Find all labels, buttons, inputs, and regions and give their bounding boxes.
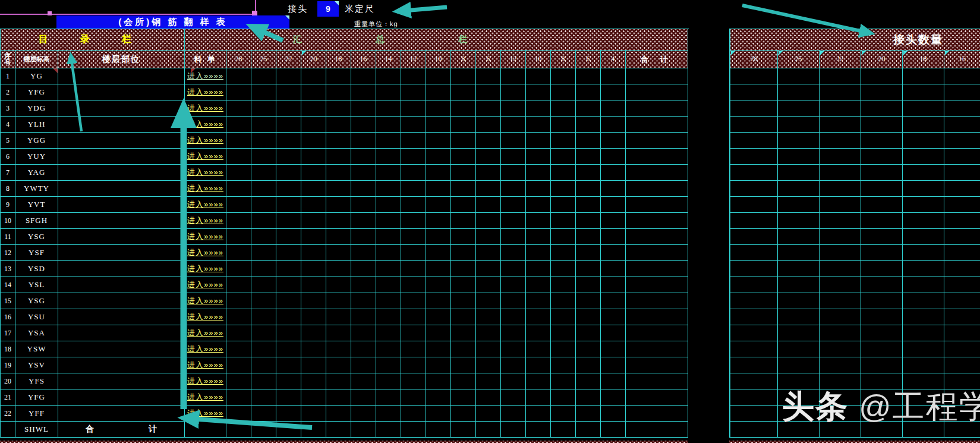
joint-table-row xyxy=(730,229,980,245)
qty-cell xyxy=(426,100,451,117)
qty-cell xyxy=(551,149,576,165)
qty-cell xyxy=(351,277,376,293)
qty-cell xyxy=(401,325,426,341)
qty-cell xyxy=(451,293,476,309)
cell-corner-marker-icon xyxy=(335,1,339,5)
band-row: 目录栏 汇总栏 xyxy=(1,29,689,51)
sheet-link-cell[interactable]: 进入»»»» xyxy=(185,309,226,325)
sheet-link-cell[interactable]: 进入»»»» xyxy=(185,229,226,245)
enter-sheet-link[interactable]: 进入»»»» xyxy=(187,376,223,387)
joint-size-header-25: 25 xyxy=(778,51,820,68)
qty-cell xyxy=(476,229,501,245)
enter-sheet-link[interactable]: 进入»»»» xyxy=(187,231,223,242)
enter-sheet-link[interactable]: 进入»»»» xyxy=(187,199,223,210)
qty-cell xyxy=(226,84,251,100)
qty-cell xyxy=(351,84,376,100)
sheet-link-cell[interactable]: 进入»»»» xyxy=(185,277,226,293)
enter-sheet-link[interactable]: 进入»»»» xyxy=(187,215,223,226)
enter-sheet-link[interactable]: 进入»»»» xyxy=(187,263,223,274)
joint-qty-cell xyxy=(861,165,903,181)
joint-qty-cell xyxy=(903,261,944,277)
enter-sheet-link[interactable]: 进入»»»» xyxy=(187,167,223,178)
joint-size-header-28: 28 xyxy=(730,51,778,68)
qty-cell xyxy=(501,68,526,84)
enter-sheet-link[interactable]: 进入»»»» xyxy=(187,312,223,322)
joint-qty-cell xyxy=(861,84,903,100)
qty-cell xyxy=(501,341,526,357)
enter-sheet-link[interactable]: 进入»»»» xyxy=(187,135,223,146)
enter-sheet-link[interactable]: 进入»»»» xyxy=(187,87,223,98)
sheet-link-cell[interactable]: 进入»»»» xyxy=(185,165,226,181)
qty-cell xyxy=(251,341,276,357)
qty-cell xyxy=(326,165,351,181)
enter-sheet-link[interactable]: 进入»»»» xyxy=(187,328,223,338)
seq-cell: 7 xyxy=(1,165,15,181)
sheet-link-cell[interactable]: 进入»»»» xyxy=(185,133,226,149)
sheet-link-cell[interactable]: 进入»»»» xyxy=(185,84,226,100)
sheet-link-cell[interactable]: 进入»»»» xyxy=(185,68,226,84)
enter-sheet-link[interactable]: 进入»»»» xyxy=(187,344,223,354)
cell-corner-marker-icon xyxy=(302,51,306,55)
qty-cell xyxy=(276,197,301,213)
qty-cell xyxy=(376,213,401,229)
qty-cell xyxy=(551,422,576,438)
totals-label: 合 计 xyxy=(59,424,183,435)
joint-qty-cell xyxy=(820,245,861,261)
qty-cell xyxy=(476,213,501,229)
enter-sheet-link[interactable]: 进入»»»» xyxy=(187,247,223,258)
sheet-link-cell[interactable]: 进入»»»» xyxy=(185,293,226,309)
qty-cell xyxy=(501,293,526,309)
table-row: 9YVT进入»»»» xyxy=(1,197,689,213)
total-cell xyxy=(626,229,688,245)
sheet-link-cell[interactable]: 进入»»»» xyxy=(185,213,226,229)
enter-sheet-link[interactable]: 进入»»»» xyxy=(187,296,223,306)
enter-sheet-link[interactable]: 进入»»»» xyxy=(187,279,223,290)
sheet-link-cell[interactable]: 进入»»»» xyxy=(185,149,226,165)
sheet-link-cell[interactable]: 进入»»»» xyxy=(185,406,226,422)
enter-sheet-link[interactable]: 进入»»»» xyxy=(187,360,223,370)
sheet-link-cell[interactable]: 进入»»»» xyxy=(185,245,226,261)
totals-row: SHWL合 计 xyxy=(1,422,689,438)
qty-cell xyxy=(501,261,526,277)
qty-cell xyxy=(526,149,551,165)
qty-cell xyxy=(426,165,451,181)
sheet-link-cell[interactable]: 进入»»»» xyxy=(185,261,226,277)
enter-sheet-link[interactable]: 进入»»»» xyxy=(187,103,223,114)
qty-cell xyxy=(476,422,501,438)
watermark: 头条 @工程学霸 xyxy=(782,385,980,429)
qty-cell xyxy=(326,229,351,245)
enter-sheet-link[interactable]: 进入»»»» xyxy=(187,408,223,419)
sheet-link-cell[interactable]: 进入»»»» xyxy=(185,197,226,213)
joint-qty-cell xyxy=(903,133,944,149)
floor-code-cell: SHWL xyxy=(15,422,58,438)
sheet-link-cell[interactable]: 进入»»»» xyxy=(185,389,226,406)
elevation-header: 楼层标高 xyxy=(15,51,58,68)
joint-table-row xyxy=(730,325,980,341)
joint-header-row: 282522201816 xyxy=(730,51,980,68)
joint-qty-cell xyxy=(903,293,944,309)
enter-sheet-link[interactable]: 进入»»»» xyxy=(187,119,223,130)
total-cell xyxy=(626,133,688,149)
enter-sheet-link[interactable]: 进入»»»» xyxy=(187,151,223,162)
joint-table-row xyxy=(730,100,980,117)
qty-cell xyxy=(226,357,251,373)
sheet-link-cell[interactable]: 进入»»»» xyxy=(185,117,226,133)
qty-cell xyxy=(376,117,401,133)
sheet-link-cell[interactable]: 进入»»»» xyxy=(185,341,226,357)
sheet-link-cell[interactable]: 进入»»»» xyxy=(185,357,226,373)
sheet-link-cell[interactable]: 进入»»»» xyxy=(185,181,226,197)
qty-cell xyxy=(301,117,326,133)
joint-qty-cell xyxy=(730,325,778,341)
sheet-link-cell[interactable]: 进入»»»» xyxy=(185,325,226,341)
qty-cell xyxy=(451,68,476,84)
sheet-link-cell[interactable]: 进入»»»» xyxy=(185,373,226,389)
joint-table-row xyxy=(730,293,980,309)
joint-value-cell[interactable]: 9 xyxy=(317,1,339,17)
location-cell xyxy=(58,68,185,84)
qty-cell xyxy=(501,181,526,197)
qty-cell xyxy=(526,245,551,261)
enter-sheet-link[interactable]: 进入»»»» xyxy=(187,392,223,403)
sheet-link-cell[interactable]: 进入»»»» xyxy=(185,100,226,117)
total-cell xyxy=(626,149,688,165)
enter-sheet-link[interactable]: 进入»»»» xyxy=(187,183,223,194)
